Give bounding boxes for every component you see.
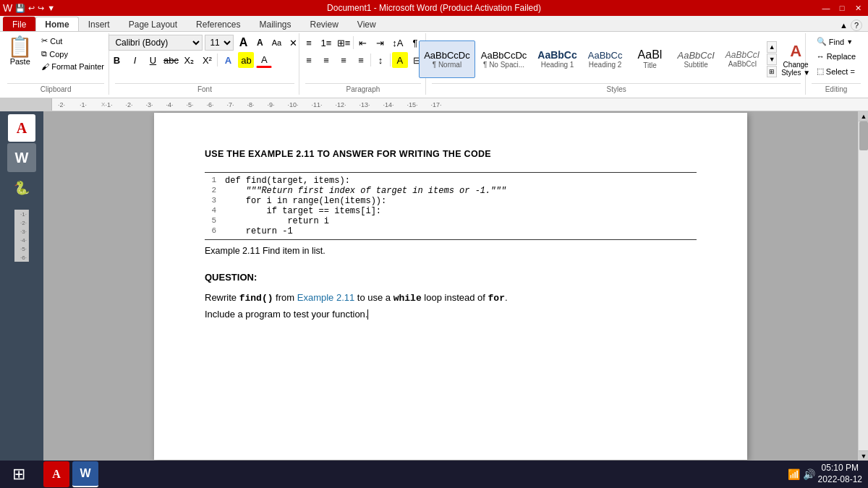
ruler-mark: ·5·	[186, 101, 193, 108]
tab-page-layout[interactable]: Page Layout	[119, 17, 187, 31]
bold-button[interactable]: B	[109, 52, 124, 68]
justify-button[interactable]: ≡	[353, 52, 369, 68]
copy-icon: ⧉	[41, 49, 47, 59]
scroll-thumb[interactable]	[859, 121, 868, 150]
copy-label: Copy	[49, 50, 68, 59]
bullets-button[interactable]: ≡	[301, 35, 317, 51]
cut-button[interactable]: ✂ Cut	[38, 35, 108, 47]
style-emphasis-button[interactable]: AaBbCcI AaBbCcI	[720, 40, 765, 78]
word-taskbar-icon[interactable]: W	[7, 143, 36, 172]
tab-mailings[interactable]: Mailings	[250, 17, 300, 31]
style-heading2-button[interactable]: AaBbCc Heading 2	[583, 40, 628, 78]
undo-icon[interactable]: ↩	[28, 4, 35, 13]
v-ruler-mark: ·3·	[14, 227, 29, 236]
ribbon-collapse-icon[interactable]: ▲	[840, 21, 848, 30]
q-part1: Rewrite	[205, 292, 239, 303]
ruler: ·2· ·1· X ·1· ·2· ·3· ·4· ·5· ·6· ·7· ·8…	[0, 98, 868, 111]
ruler-mark: ·1·	[80, 101, 87, 108]
help-icon[interactable]: ?	[851, 20, 862, 31]
font-size-select[interactable]: 11	[205, 35, 234, 51]
acrobat-taskbar-icon[interactable]: A	[43, 461, 69, 487]
tab-home[interactable]: Home	[35, 17, 78, 31]
style-h1-label: Heading 1	[541, 61, 574, 69]
change-case-button[interactable]: Aa	[269, 35, 284, 50]
divider	[370, 53, 371, 67]
replace-label: Replace	[827, 52, 856, 61]
quick-save-icon[interactable]: 💾	[15, 4, 25, 13]
text-effects-button[interactable]: A	[220, 52, 236, 68]
align-right-button[interactable]: ≡	[336, 52, 352, 68]
maximize-button[interactable]: □	[835, 2, 849, 14]
paste-button[interactable]: 📋 Paste	[4, 35, 36, 83]
superscript-button[interactable]: X²	[199, 52, 215, 68]
v-ruler-mark: ·6·	[14, 253, 29, 262]
tab-references[interactable]: References	[187, 17, 250, 31]
style-normal-button[interactable]: AaBbCcDc ¶ Normal	[419, 40, 475, 78]
clear-format-button[interactable]: ✕	[286, 35, 300, 50]
code-box: 1 def find(target, items): 2 """Return f…	[205, 172, 697, 240]
redo-icon[interactable]: ↪	[38, 4, 44, 13]
acrobat-icon[interactable]: A	[8, 114, 35, 142]
style-title-button[interactable]: AaBl Title	[628, 40, 671, 78]
word-taskbar-app-icon[interactable]: W	[72, 461, 98, 487]
title-bar-left: W 💾 ↩ ↪ ▼	[3, 2, 55, 14]
python-icon[interactable]: 🐍	[7, 174, 36, 202]
document-page: USE THE EXAMPLE 2.11 TO ANSWER FOR WRITI…	[154, 113, 747, 460]
numbering-button[interactable]: 1≡	[318, 35, 334, 51]
line-spacing-button[interactable]: ↕	[373, 52, 388, 68]
ruler-mark: ·9·	[268, 101, 275, 108]
highlight-button[interactable]: ab	[238, 52, 254, 68]
increase-indent-button[interactable]: ⇥	[373, 35, 388, 51]
document-scroll-area[interactable]: USE THE EXAMPLE 2.11 TO ANSWER FOR WRITI…	[43, 111, 858, 461]
tab-insert[interactable]: Insert	[79, 17, 119, 31]
align-center-button[interactable]: ≡	[318, 52, 334, 68]
left-sidebar: A W 🐍 ·1· ·2· ·3· ·4· ·5· ·6·	[0, 111, 43, 461]
style-subtitle-button[interactable]: AaBbCcI Subtitle	[672, 40, 719, 78]
font-color-button[interactable]: A	[256, 52, 272, 68]
select-button[interactable]: ⬚ Select =	[812, 64, 860, 78]
customize-icon[interactable]: ▼	[47, 4, 55, 12]
right-scrollbar[interactable]: ▲ ▼	[858, 111, 868, 461]
style-heading1-button[interactable]: AaBbCc Heading 1	[532, 40, 582, 78]
scroll-up-button[interactable]: ▲	[859, 111, 868, 121]
decrease-indent-button[interactable]: ⇤	[355, 35, 371, 51]
font-row2: B I U abc X₂ X² A ab A	[109, 52, 272, 68]
style-normal-label: ¶ Normal	[433, 61, 461, 69]
start-button[interactable]: ⊞	[6, 461, 32, 487]
find-button[interactable]: 🔍 Find ▼	[812, 35, 858, 48]
styles-more-button[interactable]: ⊞	[767, 66, 777, 77]
sort-button[interactable]: ↕A	[390, 35, 406, 51]
ribbon-paragraph-group: ≡ 1≡ ⊞≡ ⇤ ⇥ ↕A ¶ ≡ ≡ ≡ ≡ ↕ A ⊟ Paragrap	[301, 33, 427, 95]
style-h2-label: Heading 2	[589, 61, 622, 69]
strikethrough-button[interactable]: abc	[163, 52, 179, 68]
tab-view[interactable]: View	[348, 17, 386, 31]
multilevel-list-button[interactable]: ⊞≡	[336, 35, 352, 51]
styles-scroll-down-button[interactable]: ▼	[767, 53, 777, 65]
ruler-mark: ·6·	[206, 101, 213, 108]
underline-button[interactable]: U	[145, 52, 161, 68]
scroll-down-button[interactable]: ▼	[859, 450, 868, 461]
style-no-spacing-button[interactable]: AaBbCcDc ¶ No Spaci...	[476, 40, 532, 78]
align-left-button[interactable]: ≡	[301, 52, 317, 68]
subscript-button[interactable]: X₂	[181, 52, 197, 68]
style-h1-preview: AaBbCc	[537, 49, 576, 61]
python-letter: 🐍	[14, 180, 30, 196]
code-line-6: 6 return -1	[205, 226, 697, 236]
tab-review[interactable]: Review	[300, 17, 347, 31]
format-painter-button[interactable]: 🖌 Format Painter	[38, 61, 108, 72]
minimize-button[interactable]: —	[819, 2, 833, 14]
font-name-select[interactable]: Calibri (Body)	[109, 35, 203, 51]
shading-button[interactable]: A	[392, 52, 408, 68]
replace-button[interactable]: ↔ Replace	[812, 50, 861, 63]
text-cursor	[367, 309, 368, 320]
italic-button[interactable]: I	[127, 52, 142, 68]
font-grow-button[interactable]: A	[236, 35, 250, 50]
styles-scroll-up-button[interactable]: ▲	[767, 41, 777, 53]
font-shrink-button[interactable]: A	[252, 35, 267, 50]
volume-icon[interactable]: 🔊	[803, 468, 815, 480]
v-ruler-mark: ·5·	[14, 244, 29, 253]
para-row1: ≡ 1≡ ⊞≡ ⇤ ⇥ ↕A ¶	[301, 35, 423, 51]
tab-file[interactable]: File	[3, 17, 35, 31]
close-button[interactable]: ✕	[851, 2, 865, 14]
copy-button[interactable]: ⧉ Copy	[38, 48, 108, 60]
